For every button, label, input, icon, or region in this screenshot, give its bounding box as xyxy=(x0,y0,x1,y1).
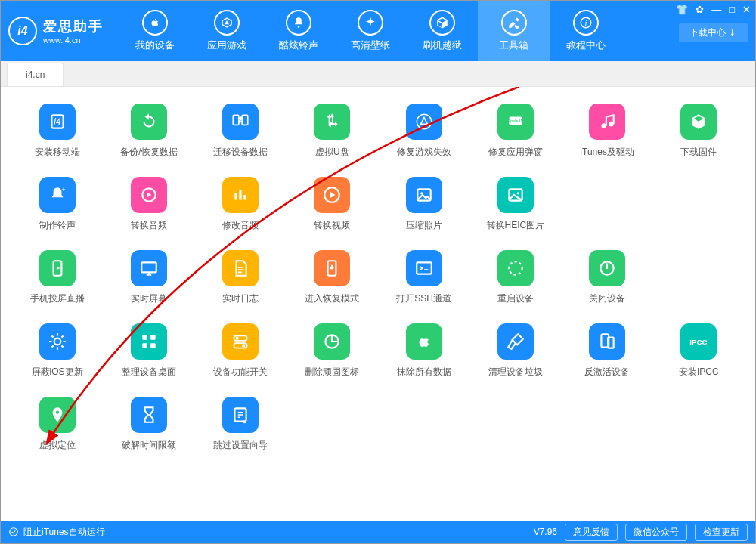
tool-pin[interactable]: 虚拟定位 xyxy=(14,397,100,452)
block-itunes-label[interactable]: 阻止iTunes自动运行 xyxy=(23,526,105,539)
appstore2-icon xyxy=(406,104,442,140)
pie-icon xyxy=(314,323,350,360)
ipcc-icon: IPCC xyxy=(680,323,717,360)
tool-badge[interactable]: i4安装移动端 xyxy=(14,104,100,159)
tool-cube[interactable]: 下载固件 xyxy=(656,104,742,159)
tool-label: 转换HEIC图片 xyxy=(487,219,545,232)
tool-monitor[interactable]: 实时屏幕 xyxy=(106,250,191,305)
svg-rect-29 xyxy=(150,335,156,340)
tool-appstore2[interactable]: 修复游戏失效 xyxy=(381,104,466,159)
skip-icon xyxy=(222,397,259,433)
bellplus-icon: + xyxy=(39,177,76,213)
nav-bell[interactable]: 酷炫铃声 xyxy=(262,1,334,61)
nav-appstore[interactable]: 应用游戏 xyxy=(191,1,262,61)
download-center-button[interactable]: 下载中心 ⭳ xyxy=(679,23,748,42)
svg-rect-24 xyxy=(417,262,432,274)
tool-eq[interactable]: 修改音频 xyxy=(198,177,284,232)
minimize-icon[interactable]: — xyxy=(711,4,721,15)
music-icon xyxy=(589,104,625,140)
nav-box[interactable]: 刷机越狱 xyxy=(406,1,478,61)
tool-label: 删除顽固图标 xyxy=(305,366,359,379)
nav-label: 教程中心 xyxy=(566,39,606,52)
tool-pie[interactable]: 删除顽固图标 xyxy=(290,323,375,379)
tool-label: 修复游戏失效 xyxy=(397,146,451,159)
tool-spinner[interactable]: 重启设备 xyxy=(472,250,558,305)
status-bar: 阻止iTunes自动运行 V7.96 意见反馈 微信公众号 检查更新 xyxy=(1,521,755,543)
grid-icon xyxy=(131,323,167,360)
tool-ipcc[interactable]: IPCC安装IPCC xyxy=(656,323,742,379)
close-icon[interactable]: ✕ xyxy=(742,4,751,15)
nav-label: 应用游戏 xyxy=(207,39,246,52)
badge-icon: i4 xyxy=(39,104,76,140)
tool-hourglass[interactable]: 破解时间限额 xyxy=(106,397,191,452)
terminal-icon xyxy=(406,250,442,286)
eq-icon xyxy=(222,177,259,213)
maximize-icon[interactable]: □ xyxy=(729,4,735,15)
tool-label: 实时日志 xyxy=(222,292,259,305)
tool-appleid[interactable]: Apple ID修复应用弹窗 xyxy=(472,104,558,159)
app-logo: i4 爱思助手 www.i4.cn xyxy=(8,17,104,45)
svg-text:Apple ID: Apple ID xyxy=(508,119,524,123)
svg-point-20 xyxy=(517,192,519,194)
tool-label: 反激活设备 xyxy=(584,366,630,379)
tool-label: 屏蔽iOS更新 xyxy=(32,366,83,379)
tool-audio[interactable]: 转换音频 xyxy=(106,177,191,232)
tool-usb[interactable]: 虚拟U盘 xyxy=(290,104,375,159)
tool-skip[interactable]: 跳过设置向导 xyxy=(198,397,284,452)
restore-icon xyxy=(131,104,167,140)
tool-restore[interactable]: 备份/恢复数据 xyxy=(106,104,191,159)
tool-phonex[interactable]: 反激活设备 xyxy=(565,323,650,379)
feedback-button[interactable]: 意见反馈 xyxy=(565,524,618,541)
tool-music[interactable]: iTunes及驱动 xyxy=(565,104,650,159)
tool-play[interactable]: 转换视频 xyxy=(290,177,375,232)
tool-terminal[interactable]: 打开SSH通道 xyxy=(381,250,466,305)
play-icon xyxy=(314,177,350,213)
tool-toggles[interactable]: 设备功能开关 xyxy=(198,323,284,379)
tool-gearx[interactable]: 屏蔽iOS更新 xyxy=(14,323,100,379)
sparkle-icon xyxy=(358,10,383,36)
svg-text:+: + xyxy=(61,186,65,193)
tool-broom[interactable]: 清理设备垃圾 xyxy=(472,323,558,379)
svg-rect-14 xyxy=(240,190,242,200)
nav-apple[interactable]: 我的设备 xyxy=(119,1,191,61)
tools-icon xyxy=(501,10,527,36)
tool-label: 清理设备垃圾 xyxy=(488,366,543,379)
tool-phoneplay[interactable]: 手机投屏直播 xyxy=(14,250,100,305)
tool-heic[interactable]: 转换HEIC图片 xyxy=(472,177,558,232)
svg-rect-15 xyxy=(243,195,246,200)
box-icon xyxy=(429,10,455,36)
tool-image[interactable]: 压缩照片 xyxy=(381,177,466,232)
wechat-button[interactable]: 微信公众号 xyxy=(625,524,687,541)
tool-doc[interactable]: 实时日志 xyxy=(198,250,284,305)
svg-point-35 xyxy=(242,344,245,347)
usb-icon xyxy=(314,104,350,140)
nav-label: 高清壁纸 xyxy=(351,39,390,52)
svg-rect-22 xyxy=(141,262,156,272)
skin-icon[interactable]: 👕 xyxy=(676,4,688,15)
tab-i4cn[interactable]: i4.cn xyxy=(7,63,64,86)
appleid-icon: Apple ID xyxy=(497,104,534,140)
tool-power[interactable]: 关闭设备 xyxy=(565,250,650,305)
nav-tools[interactable]: 工具箱 xyxy=(478,1,550,61)
monitor-icon xyxy=(131,250,167,286)
check-update-button[interactable]: 检查更新 xyxy=(695,524,748,541)
tool-label: 制作铃声 xyxy=(39,219,76,232)
tool-bellplus[interactable]: +制作铃声 xyxy=(14,177,100,232)
phonex-icon xyxy=(589,323,625,360)
tool-apple2[interactable]: 抹除所有数据 xyxy=(381,323,466,379)
nav-label: 工具箱 xyxy=(499,39,528,52)
tool-label: 关闭设备 xyxy=(589,292,625,305)
settings-icon[interactable]: ✿ xyxy=(696,4,704,15)
transfer-icon xyxy=(222,104,259,140)
cube-icon xyxy=(680,104,717,140)
tool-transfer[interactable]: 迁移设备数据 xyxy=(198,104,284,159)
tool-grid[interactable]: 整理设备桌面 xyxy=(106,323,191,379)
nav-sparkle[interactable]: 高清壁纸 xyxy=(334,1,406,61)
tool-phonedown[interactable]: 进入恢复模式 xyxy=(290,250,375,305)
appstore-icon xyxy=(214,10,240,36)
spinner-icon xyxy=(497,250,534,286)
nav-info[interactable]: i教程中心 xyxy=(550,1,621,61)
tool-label: 打开SSH通道 xyxy=(396,292,451,305)
phonedown-icon xyxy=(314,250,350,286)
heic-icon xyxy=(497,177,534,213)
